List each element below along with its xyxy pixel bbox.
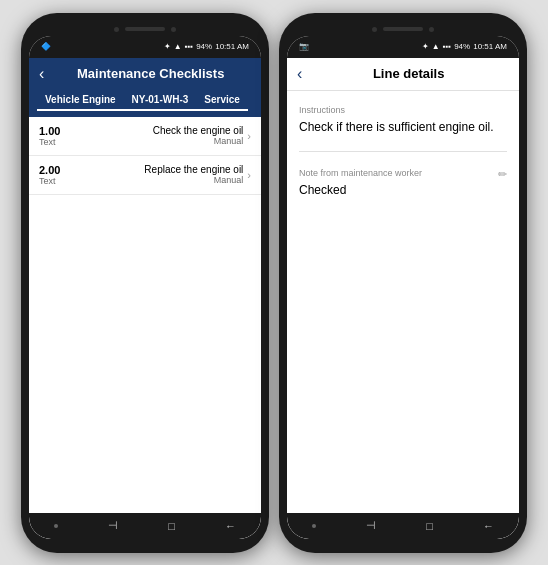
phone-2-content: Instructions Check if there is sufficien… (287, 91, 519, 513)
phone-2-status-bar: 📷 ✦ ▲ ▪▪▪ 94% 10:51 AM (287, 36, 519, 58)
p2-status-left: 📷 (299, 42, 309, 51)
item-2-chevron: › (247, 169, 251, 181)
item-1-right: Check the engine oil Manual › (153, 125, 251, 146)
p2-recent-apps-button[interactable]: ⊣ (366, 519, 376, 532)
phone-2-title: Line details (308, 66, 509, 81)
divider-1 (299, 151, 507, 152)
camera-dot-3 (372, 27, 377, 32)
bluetooth-icon: ✦ (164, 42, 171, 51)
item-1-left: 1.00 Text (39, 125, 60, 147)
camera-dot-2 (171, 27, 176, 32)
phone-2: 📷 ✦ ▲ ▪▪▪ 94% 10:51 AM ‹ Line details (279, 13, 527, 553)
phone-2-inner: 📷 ✦ ▲ ▪▪▪ 94% 10:51 AM ‹ Line details (287, 36, 519, 539)
p2-bluetooth-icon: ✦ (422, 42, 429, 51)
note-section: Note from maintenance worker ✏ Checked (299, 168, 507, 199)
p2-time-text: 10:51 AM (473, 42, 507, 51)
wifi-icon: ▲ (174, 42, 182, 51)
item-1-type: Text (39, 137, 60, 147)
p2-battery-text: 94% (454, 42, 470, 51)
instructions-label: Instructions (299, 105, 507, 115)
phone-1-top (29, 27, 261, 36)
phone-2-back-button[interactable]: ‹ (297, 66, 302, 82)
phone-1-status-bar: 🔷 ✦ ▲ ▪▪▪ 94% 10:51 AM (29, 36, 261, 58)
item-2-left: 2.00 Text (39, 164, 60, 186)
phone-1-header: ‹ Maintenance Checklists (29, 58, 261, 90)
item-1-chevron: › (247, 130, 251, 142)
item-2-number: 2.00 (39, 164, 60, 176)
phone-1: 🔷 ✦ ▲ ▪▪▪ 94% 10:51 AM ‹ Maintenance Che… (21, 13, 269, 553)
note-section-row: Note from maintenance worker ✏ (299, 168, 507, 182)
item-2-sub: Manual (144, 175, 243, 185)
tab-vehicle-engine[interactable]: Vehicle Engine (37, 90, 124, 111)
recent-apps-button[interactable]: ⊣ (108, 519, 118, 532)
phone-2-bottom-nav: ⊣ □ ← (287, 513, 519, 539)
item-1-sub: Manual (153, 136, 244, 146)
tab-ny-01-wh-3[interactable]: NY-01-WH-3 (124, 90, 197, 111)
nav-dot-1 (54, 524, 58, 528)
camera-dot-4 (429, 27, 434, 32)
nav-dot-2 (312, 524, 316, 528)
phone-2-header: ‹ Line details (287, 58, 519, 91)
battery-text: 94% (196, 42, 212, 51)
p2-signal-icon: ▪▪▪ (443, 42, 452, 51)
tab-service[interactable]: Service (196, 90, 248, 111)
note-text: Checked (299, 182, 507, 199)
status-right: ✦ ▲ ▪▪▪ 94% 10:51 AM (164, 42, 249, 51)
status-left: 🔷 (41, 42, 51, 51)
item-2-right: Replace the engine oil Manual › (144, 164, 251, 185)
item-1-right-text: Check the engine oil Manual (153, 125, 244, 146)
item-1-desc: Check the engine oil (153, 125, 244, 136)
p2-status-right: ✦ ▲ ▪▪▪ 94% 10:51 AM (422, 42, 507, 51)
speaker-bar-2 (383, 27, 423, 31)
item-2-type: Text (39, 176, 60, 186)
p2-status-icon: 📷 (299, 42, 309, 51)
phone-1-tab-row: Vehicle Engine NY-01-WH-3 Service (29, 90, 261, 117)
phone-1-content: 1.00 Text Check the engine oil Manual › … (29, 117, 261, 513)
phone-1-inner: 🔷 ✦ ▲ ▪▪▪ 94% 10:51 AM ‹ Maintenance Che… (29, 36, 261, 539)
item-1-number: 1.00 (39, 125, 60, 137)
phone-1-bottom-nav: ⊣ □ ← (29, 513, 261, 539)
camera-dot (114, 27, 119, 32)
status-icon-left: 🔷 (41, 42, 51, 51)
checklist-item-1[interactable]: 1.00 Text Check the engine oil Manual › (29, 117, 261, 156)
phone-2-top (287, 27, 519, 36)
phones-container: 🔷 ✦ ▲ ▪▪▪ 94% 10:51 AM ‹ Maintenance Che… (21, 13, 527, 553)
checklist-item-2[interactable]: 2.00 Text Replace the engine oil Manual … (29, 156, 261, 195)
instructions-text: Check if there is sufficient engine oil. (299, 119, 507, 136)
home-button[interactable]: □ (168, 520, 175, 532)
p2-home-button[interactable]: □ (426, 520, 433, 532)
speaker-bar (125, 27, 165, 31)
phone-1-title: Maintenance Checklists (50, 66, 251, 81)
phone-1-back-button[interactable]: ‹ (39, 66, 44, 82)
edit-icon[interactable]: ✏ (498, 168, 507, 181)
item-2-desc: Replace the engine oil (144, 164, 243, 175)
time-text: 10:51 AM (215, 42, 249, 51)
p2-wifi-icon: ▲ (432, 42, 440, 51)
note-label: Note from maintenance worker (299, 168, 422, 178)
signal-icon: ▪▪▪ (185, 42, 194, 51)
p2-back-button-nav[interactable]: ← (483, 520, 494, 532)
instructions-section: Instructions Check if there is sufficien… (299, 105, 507, 136)
item-2-right-text: Replace the engine oil Manual (144, 164, 243, 185)
back-button-nav[interactable]: ← (225, 520, 236, 532)
